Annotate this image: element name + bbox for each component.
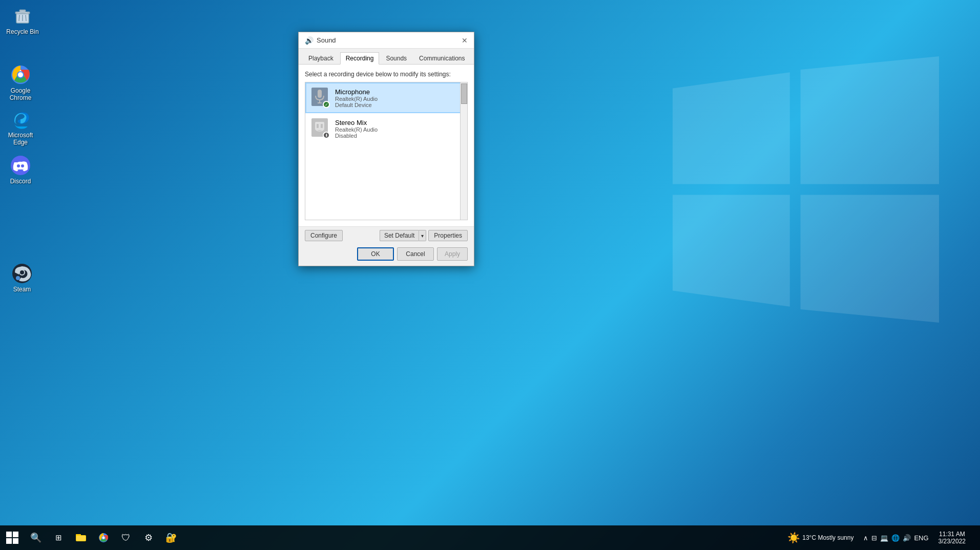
start-button[interactable]	[0, 525, 25, 550]
svg-marker-2	[673, 195, 790, 306]
device-item-microphone[interactable]: ✓ Microphone Realtek(R) Audio Default De…	[305, 82, 467, 113]
system-tray: ∧ ⊟ 💻 🌐 🔊 ENG	[860, 525, 932, 550]
device-item-stereo-mix[interactable]: ⬇ Stereo Mix Realtek(R) Audio Disabled	[305, 113, 467, 144]
desktop-icon-discord[interactable]: Discord	[0, 151, 41, 189]
task-view-button[interactable]: ⊞	[47, 525, 70, 550]
task-view-icon: ⊞	[55, 533, 62, 542]
microphone-name: Microphone	[335, 88, 461, 96]
svg-rect-20	[318, 90, 322, 98]
recycle-bin-icon	[12, 6, 33, 26]
svg-line-7	[19, 15, 19, 21]
taskbar-file-explorer[interactable]	[70, 525, 92, 550]
apply-button[interactable]: Apply	[437, 247, 468, 261]
file-explorer-icon	[76, 532, 86, 543]
desktop-icon-recycle-bin[interactable]: Recycle Bin	[2, 2, 43, 39]
taskbar-security[interactable]: 🛡	[115, 525, 137, 550]
show-desktop-button[interactable]	[972, 525, 976, 550]
steam-label: Steam	[13, 286, 31, 293]
discord-icon	[10, 155, 31, 176]
svg-rect-25	[321, 124, 323, 128]
dialog-bottom-buttons: Configure Set Default ▾ Properties	[299, 226, 474, 244]
clock-date: 3/23/2022	[939, 538, 966, 545]
microsoft-edge-label: Microsoft Edge	[4, 132, 37, 146]
svg-point-19	[16, 276, 20, 280]
desktop-icon-google-chrome[interactable]: Google Chrome	[0, 60, 41, 105]
set-default-button[interactable]: Set Default	[380, 230, 419, 241]
desktop-icon-microsoft-edge[interactable]: Microsoft Edge	[0, 105, 41, 150]
configure-button[interactable]: Configure	[305, 230, 343, 241]
microsoft-edge-icon	[10, 109, 31, 130]
set-default-properties-area: Set Default ▾ Properties	[380, 230, 468, 241]
set-default-dropdown-button[interactable]: ▾	[419, 230, 426, 241]
tab-recording[interactable]: Recording	[340, 52, 380, 65]
stereo-mix-name: Stereo Mix	[335, 119, 461, 126]
svg-rect-23	[315, 122, 324, 130]
stereo-mix-status: Disabled	[335, 133, 461, 139]
desktop-icon-steam[interactable]: Steam	[2, 259, 43, 297]
svg-point-32	[102, 537, 105, 539]
dialog-instruction: Select a recording device below to modif…	[305, 71, 468, 78]
scrollbar-thumb[interactable]	[461, 83, 467, 104]
svg-line-9	[26, 15, 26, 21]
security-icon: 🛡	[121, 533, 131, 543]
shield-key-icon: 🔐	[165, 532, 177, 543]
discord-label: Discord	[10, 178, 31, 185]
microphone-icon-wrap: ✓	[311, 88, 330, 108]
taskbar-settings[interactable]: ⚙	[137, 525, 160, 550]
dialog-actions: OK Cancel Apply	[299, 244, 474, 266]
tray-volume[interactable]: 🔊	[901, 534, 912, 542]
google-chrome-icon	[10, 65, 31, 85]
weather-text: 13°C Mostly sunny	[802, 534, 853, 541]
google-chrome-label: Google Chrome	[4, 87, 37, 101]
dialog-titlebar: 🔊 Sound ✕	[299, 32, 474, 49]
taskbar: 🔍 ⊞ 🛡 ⚙ 🔐	[0, 525, 980, 550]
stereo-mix-status-badge: ⬇	[323, 132, 330, 139]
microphone-status: Default Device	[335, 102, 461, 108]
dialog-content: Select a recording device below to modif…	[299, 65, 474, 226]
device-list-scrollbar[interactable]	[460, 82, 467, 220]
search-icon: 🔍	[30, 532, 41, 543]
tray-tablet[interactable]: ⊟	[870, 534, 879, 542]
svg-point-16	[21, 164, 24, 167]
clock-time: 11:31 AM	[939, 531, 965, 538]
microphone-info: Microphone Realtek(R) Audio Default Devi…	[335, 88, 461, 108]
svg-rect-24	[317, 124, 319, 128]
tray-language[interactable]: ENG	[912, 534, 930, 542]
svg-point-18	[19, 270, 25, 275]
svg-marker-0	[673, 72, 790, 184]
recycle-bin-label: Recycle Bin	[6, 28, 38, 35]
sound-dialog-icon: 🔊	[305, 36, 314, 45]
svg-point-15	[17, 164, 20, 167]
tray-chevron[interactable]: ∧	[862, 534, 870, 542]
taskbar-chrome[interactable]	[92, 525, 115, 550]
cancel-button[interactable]: Cancel	[397, 247, 434, 261]
tab-communications[interactable]: Communications	[413, 52, 470, 65]
device-list[interactable]: ✓ Microphone Realtek(R) Audio Default De…	[305, 82, 468, 220]
svg-marker-1	[801, 56, 939, 184]
taskbar-clock[interactable]: 11:31 AM 3/23/2022	[934, 525, 970, 550]
dialog-close-button[interactable]: ✕	[460, 35, 470, 46]
tab-playback[interactable]: Playback	[303, 52, 339, 65]
set-default-split-button: Set Default ▾	[380, 230, 426, 241]
taskbar-right: ☀️ 13°C Mostly sunny ∧ ⊟ 💻 🌐 🔊 ENG 11:31…	[783, 525, 980, 550]
search-button[interactable]: 🔍	[25, 525, 47, 550]
taskbar-weather[interactable]: ☀️ 13°C Mostly sunny	[783, 532, 858, 544]
properties-button[interactable]: Properties	[428, 230, 468, 241]
taskbar-unknown-app[interactable]: 🔐	[160, 525, 182, 550]
weather-icon: ☀️	[787, 532, 800, 544]
stereo-mix-icon-wrap: ⬇	[311, 118, 330, 139]
tray-network[interactable]: 🌐	[890, 534, 901, 542]
svg-point-13	[18, 72, 23, 77]
microphone-driver: Realtek(R) Audio	[335, 96, 461, 102]
svg-rect-28	[76, 536, 86, 541]
tray-device[interactable]: 💻	[879, 534, 890, 542]
configure-button-area: Configure	[305, 230, 380, 241]
dialog-title: Sound	[317, 36, 460, 44]
tab-sounds[interactable]: Sounds	[380, 52, 412, 65]
windows-logo-icon	[6, 532, 18, 544]
stereo-mix-info: Stereo Mix Realtek(R) Audio Disabled	[335, 119, 461, 139]
dialog-tabs: Playback Recording Sounds Communications	[299, 49, 474, 65]
settings-icon: ⚙	[144, 532, 153, 543]
ok-button[interactable]: OK	[357, 247, 394, 261]
steam-icon	[12, 263, 32, 284]
